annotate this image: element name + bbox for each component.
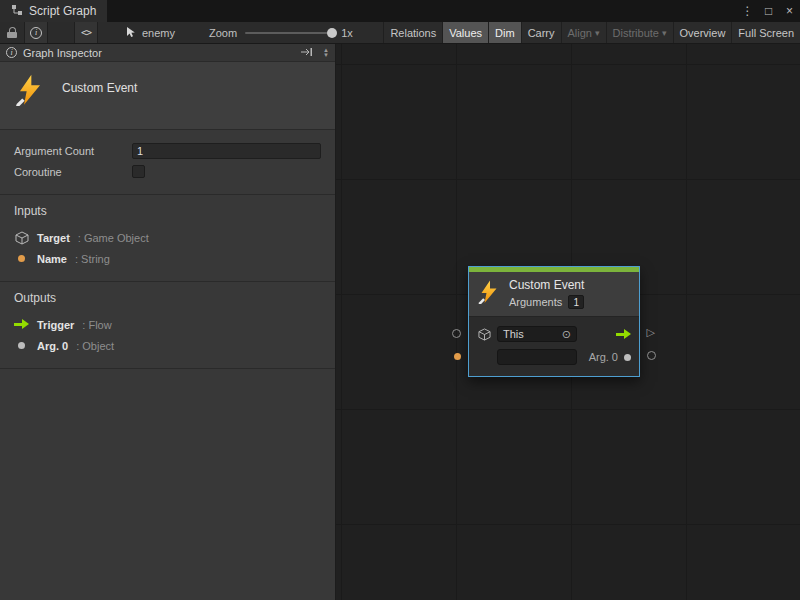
window-close-button[interactable]: × bbox=[779, 0, 800, 22]
custom-event-node[interactable]: Custom Event Arguments This ⊙ bbox=[468, 266, 640, 377]
dim-button[interactable]: Dim bbox=[488, 22, 521, 43]
lock-icon-button[interactable] bbox=[0, 22, 24, 43]
outputs-section: Outputs Trigger : Flow Arg. 0 : Object bbox=[0, 282, 335, 369]
string-input-port[interactable] bbox=[454, 353, 461, 360]
graph-toolbar: i <> enemy Zoom 1x Relations Values Dim … bbox=[0, 22, 800, 44]
cube-icon bbox=[477, 328, 492, 341]
toolbar-button-group: Relations Values Dim Carry Align▾ Distri… bbox=[383, 22, 800, 43]
inspector-toggle-button[interactable]: i bbox=[24, 22, 48, 43]
arguments-label: Arguments bbox=[509, 296, 562, 308]
zoom-slider[interactable] bbox=[245, 32, 333, 34]
node-title: Custom Event bbox=[509, 278, 584, 292]
coroutine-checkbox[interactable] bbox=[132, 165, 145, 178]
code-view-button[interactable]: <> bbox=[74, 22, 98, 43]
main-content: i Graph Inspector ▲ ▼ Custom Event bbox=[0, 44, 800, 600]
tab-script-graph[interactable]: Script Graph bbox=[0, 0, 107, 22]
arg0-connection-port[interactable] bbox=[647, 351, 656, 360]
graph-canvas[interactable]: Custom Event Arguments This ⊙ bbox=[336, 44, 800, 600]
script-graph-icon bbox=[11, 4, 23, 19]
code-icon: <> bbox=[81, 27, 91, 38]
graph-breadcrumb[interactable]: enemy bbox=[126, 22, 175, 43]
node-body: This ⊙ Arg. 0 bbox=[469, 317, 639, 376]
input-target-row: Target : Game Object bbox=[14, 227, 321, 248]
flow-connection-port[interactable]: ▷ bbox=[647, 327, 655, 337]
arg0-value-input[interactable] bbox=[497, 349, 577, 365]
values-button[interactable]: Values bbox=[442, 22, 488, 43]
output-arg0-row: Arg. 0 : Object bbox=[14, 335, 321, 356]
info-icon: i bbox=[30, 27, 42, 39]
window-menu-button[interactable]: ⋮ bbox=[737, 0, 758, 22]
cube-icon bbox=[14, 231, 29, 245]
node-target-row: This ⊙ bbox=[477, 324, 631, 344]
inspector-header: i Graph Inspector ▲ ▼ bbox=[0, 44, 335, 62]
tab-title: Script Graph bbox=[29, 4, 96, 18]
target-value: This bbox=[503, 328, 524, 340]
custom-event-icon bbox=[477, 280, 501, 307]
cursor-icon bbox=[126, 26, 137, 40]
distribute-dropdown-button[interactable]: Distribute▾ bbox=[606, 22, 673, 43]
output-trigger-row: Trigger : Flow bbox=[14, 314, 321, 335]
zoom-control: Zoom 1x bbox=[209, 22, 353, 43]
object-port-icon bbox=[14, 342, 29, 349]
object-picker-icon[interactable]: ⊙ bbox=[562, 328, 571, 341]
arg0-output-port[interactable] bbox=[624, 354, 631, 361]
arg0-output-label: Arg. 0 bbox=[589, 351, 618, 363]
input-name-row: Name : String bbox=[14, 248, 321, 269]
target-object-field[interactable]: This ⊙ bbox=[497, 326, 577, 342]
inspector-title: Graph Inspector bbox=[23, 47, 102, 59]
lock-icon bbox=[7, 27, 17, 38]
string-port-icon bbox=[14, 255, 29, 262]
window-maximize-button[interactable]: □ bbox=[758, 0, 779, 22]
titlebar-spacer bbox=[107, 0, 737, 22]
dock-panel-icon[interactable] bbox=[300, 47, 313, 59]
zoom-slider-handle[interactable] bbox=[327, 28, 337, 38]
node-arg0-row: Arg. 0 bbox=[477, 347, 631, 367]
node-header[interactable]: Custom Event Arguments bbox=[469, 272, 639, 317]
coroutine-label: Coroutine bbox=[14, 166, 132, 178]
coroutine-row: Coroutine bbox=[14, 161, 321, 182]
info-icon: i bbox=[6, 47, 17, 58]
align-dropdown-button[interactable]: Align▾ bbox=[561, 22, 606, 43]
event-title: Custom Event bbox=[62, 81, 137, 95]
chevron-down-icon: ▾ bbox=[595, 28, 600, 38]
custom-event-icon bbox=[14, 74, 46, 109]
event-header-block: Custom Event bbox=[0, 62, 335, 130]
zoom-label: Zoom bbox=[209, 27, 237, 39]
node-arguments-row: Arguments bbox=[509, 295, 584, 309]
inputs-section: Inputs Target : Game Object Name : Strin… bbox=[0, 195, 335, 282]
overview-button[interactable]: Overview bbox=[673, 22, 732, 43]
carry-button[interactable]: Carry bbox=[521, 22, 561, 43]
fullscreen-button[interactable]: Full Screen bbox=[731, 22, 800, 43]
zoom-value: 1x bbox=[341, 27, 353, 39]
scroll-spinner[interactable]: ▲ ▼ bbox=[323, 48, 329, 58]
argument-count-input[interactable] bbox=[132, 143, 321, 159]
trigger-output-port[interactable] bbox=[616, 329, 631, 340]
arguments-count-input[interactable] bbox=[568, 295, 584, 309]
inputs-title: Inputs bbox=[14, 204, 321, 218]
relations-button[interactable]: Relations bbox=[383, 22, 442, 43]
argument-count-row: Argument Count bbox=[14, 140, 321, 161]
inspector-empty-area bbox=[0, 369, 335, 600]
graph-inspector-panel: i Graph Inspector ▲ ▼ Custom Event bbox=[0, 44, 336, 600]
name-input-port[interactable] bbox=[452, 329, 461, 338]
window-titlebar: Script Graph ⋮ □ × bbox=[0, 0, 800, 22]
flow-arrow-icon bbox=[14, 319, 29, 330]
graph-name-label: enemy bbox=[142, 27, 175, 39]
event-fields: Argument Count Coroutine bbox=[0, 130, 335, 195]
argument-count-label: Argument Count bbox=[14, 145, 132, 157]
spinner-down-icon[interactable]: ▼ bbox=[323, 53, 329, 58]
chevron-down-icon: ▾ bbox=[662, 28, 667, 38]
outputs-title: Outputs bbox=[14, 291, 321, 305]
